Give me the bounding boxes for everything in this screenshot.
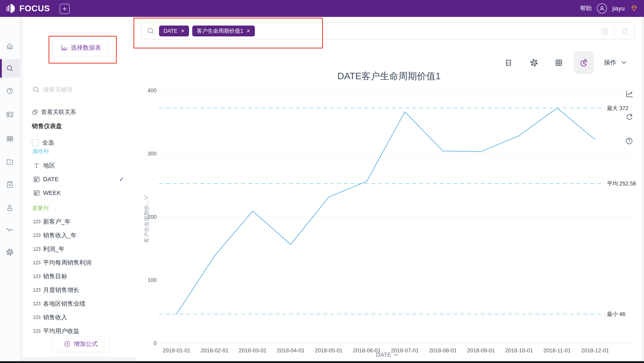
rail-search-icon[interactable] [0, 59, 20, 78]
svg-text:2018-01-01: 2018-01-01 [163, 348, 190, 354]
token-close-icon[interactable]: ✕ [246, 28, 250, 34]
help-link[interactable]: 帮助 [580, 4, 592, 12]
search-token[interactable]: 客户生命周期价值1 ✕ [192, 25, 255, 36]
brand-name: FOCUS [19, 3, 50, 13]
number-column-icon: 123 [30, 219, 43, 224]
rail-clipboard-icon[interactable] [0, 175, 20, 194]
rail-help-icon[interactable] [0, 82, 20, 100]
rail-activity-icon[interactable] [0, 220, 20, 239]
refresh-search-icon[interactable] [620, 27, 629, 36]
pie-chart-icon [578, 57, 589, 67]
svg-text:2018-08-01: 2018-08-01 [429, 348, 457, 354]
search-icon [147, 27, 154, 35]
measure-label: 平均用户收益 [43, 327, 79, 335]
rail-home-icon[interactable] [0, 37, 20, 55]
measure-item[interactable]: 123 销售收入 [30, 311, 133, 324]
select-table-label: 选择数据表 [71, 44, 101, 52]
topbar: FOCUS 帮助 jiayu [0, 0, 644, 17]
number-column-icon: 123 [30, 287, 43, 293]
search-tags: DATE ✕ 客户生命周期价值1 ✕ [159, 25, 255, 36]
svg-text:平均 252.58: 平均 252.58 [607, 181, 636, 187]
select-all-checkbox[interactable] [32, 139, 39, 146]
x-axis-label: DATE [376, 352, 391, 358]
membership-gem-icon[interactable] [630, 5, 638, 12]
add-formula-button[interactable]: 增加公式 [52, 336, 110, 352]
svg-text:0: 0 [154, 340, 156, 346]
svg-text:2018-03-01: 2018-03-01 [239, 348, 266, 354]
svg-text:100: 100 [148, 277, 156, 283]
avatar[interactable] [597, 3, 607, 13]
action-dropdown[interactable]: 操作 [604, 58, 627, 67]
measure-label: 月度销售增长 [43, 286, 79, 294]
attribute-item[interactable]: 地区 [30, 159, 133, 172]
bar-chart-icon [60, 44, 68, 51]
text-column-icon [30, 162, 43, 169]
measure-label: 各地区销售业绩 [43, 300, 85, 308]
measure-list: 123 新客户_年 123 销售收入_年 123 利润_年 123 平均每周销售… [30, 215, 133, 341]
data-panel: 选择数据表 查看关联关系 销售仪表盘 全选 [23, 17, 136, 357]
username: jiayu [612, 5, 625, 12]
measure-item[interactable]: 123 各地区销售业绩 [30, 297, 133, 311]
relations-icon [32, 109, 38, 115]
action-label: 操作 [604, 58, 616, 67]
attribute-item[interactable]: 02 DATE ✓ [30, 173, 133, 186]
view-relations-link[interactable]: 查看关联关系 [32, 108, 76, 117]
number-column-icon: 123 [30, 274, 43, 279]
svg-text:2018-02-01: 2018-02-01 [201, 348, 228, 354]
receipt-icon[interactable] [503, 57, 514, 68]
select-all-row: 全选 [32, 139, 54, 147]
selected-check-icon: ✓ [119, 175, 124, 183]
measure-item[interactable]: 123 利润_年 [30, 242, 133, 256]
topbar-right: 帮助 jiayu [580, 0, 638, 17]
rail-user-icon[interactable] [0, 198, 20, 217]
svg-text:300: 300 [148, 151, 156, 157]
attribute-label: WEEK [43, 189, 61, 196]
search-bar-controls [600, 23, 634, 40]
nav-rail [0, 17, 20, 361]
x-axis-column-dropdown[interactable]: DATE [376, 352, 398, 358]
rail-presentation-icon[interactable] [0, 105, 20, 124]
keyword-search-input[interactable] [43, 86, 120, 93]
clear-search-icon[interactable] [600, 27, 609, 36]
rail-settings-icon[interactable] [0, 243, 20, 261]
svg-text:2018-09-01: 2018-09-01 [467, 348, 495, 354]
token-label: DATE [164, 28, 178, 34]
svg-text:400: 400 [148, 87, 156, 93]
measure-label: 利润_年 [43, 245, 64, 253]
token-label: 客户生命周期价值1 [197, 27, 243, 34]
question-search-bar[interactable]: DATE ✕ 客户生命周期价值1 ✕ [141, 22, 634, 39]
svg-text:最大 372: 最大 372 [607, 105, 628, 111]
dataset-header[interactable]: 销售仪表盘 [32, 121, 150, 131]
new-search-button[interactable] [60, 4, 70, 14]
table-view-icon[interactable] [553, 57, 564, 68]
measure-item[interactable]: 123 新客户_年 [30, 215, 133, 228]
attribute-section: 属性列 [32, 148, 127, 155]
search-icon [32, 86, 40, 93]
measure-item[interactable]: 123 月度销售增长 [30, 283, 133, 297]
number-column-icon: 123 [30, 260, 43, 266]
number-column-icon: 123 [30, 328, 43, 334]
number-column-icon: 123 [30, 246, 43, 252]
measure-item[interactable]: 123 销售目标 [30, 270, 133, 283]
svg-text:最小 46: 最小 46 [607, 311, 626, 317]
measure-section-label: 度量列 [32, 205, 48, 212]
svg-text:2018-12-01: 2018-12-01 [581, 348, 609, 354]
chart-settings-gear-icon[interactable] [528, 57, 540, 68]
brand-logo[interactable]: FOCUS [6, 3, 50, 14]
rail-data-grid-icon[interactable] [0, 129, 20, 148]
measure-item[interactable]: 123 销售收入_年 [30, 228, 133, 242]
add-formula-label: 增加公式 [74, 340, 98, 348]
select-table-button[interactable]: 选择数据表 [52, 39, 109, 56]
svg-text:2018-04-01: 2018-04-01 [277, 348, 304, 354]
svg-text:2018-05-01: 2018-05-01 [315, 348, 343, 354]
measure-item[interactable]: 123 平均每周销售利润 [30, 256, 133, 270]
token-close-icon[interactable]: ✕ [181, 28, 184, 34]
rail-folder-icon[interactable] [0, 152, 20, 171]
user-icon [599, 5, 605, 11]
calendar-column-icon: 02 [30, 176, 43, 183]
search-token[interactable]: DATE ✕ [159, 25, 189, 36]
measure-label: 销售收入 [43, 313, 67, 322]
chevron-down-icon [393, 353, 398, 357]
svg-text:02: 02 [35, 193, 37, 194]
attribute-item[interactable]: 02 WEEK [30, 186, 133, 200]
